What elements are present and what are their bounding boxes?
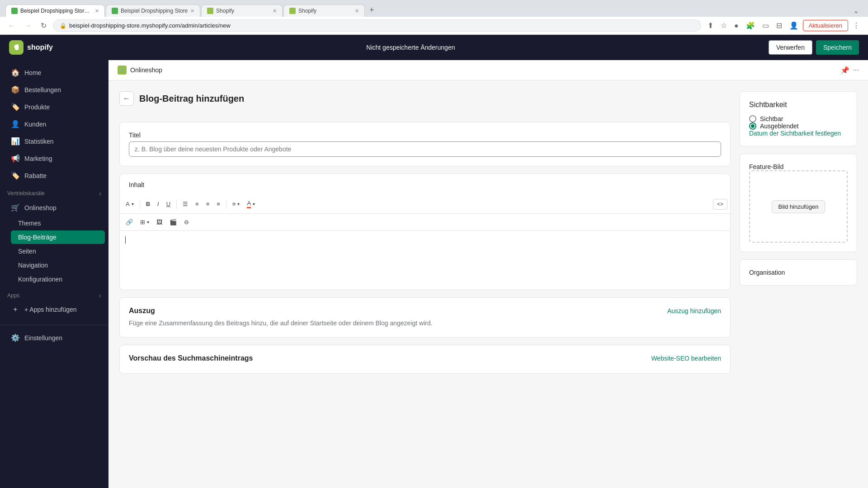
- set-date-link[interactable]: Datum der Sichtbarkeit festlegen: [749, 130, 841, 137]
- sidebar-sub-item-konfigurationen[interactable]: Konfigurationen: [11, 272, 105, 286]
- home-icon: 🏠: [11, 68, 20, 77]
- editor-toolbar: A ▾ B I U ☰ ≡ ≡ ≡ ≡: [120, 195, 730, 214]
- sidebar-item-onlineshop[interactable]: 🛒 Onlineshop: [4, 199, 105, 216]
- underline-button[interactable]: U: [163, 198, 174, 210]
- sidebar-item-statistiken[interactable]: 📊 Statistiken: [4, 133, 105, 150]
- separator-1: [140, 200, 140, 209]
- sidebar-label-kunden: Kunden: [24, 121, 46, 128]
- add-image-button[interactable]: Bild hinzufügen: [772, 200, 826, 213]
- sidebar-label-rabatte: Rabatte: [24, 172, 47, 179]
- tab-close-2[interactable]: ✕: [190, 8, 194, 14]
- expand-icon[interactable]: ›: [99, 190, 101, 197]
- title-input[interactable]: [129, 141, 721, 157]
- tab-3[interactable]: Shopify ✕: [201, 5, 283, 17]
- customers-icon: 👤: [11, 120, 20, 128]
- blog-beitraege-label: Blog-Beiträge: [18, 234, 57, 241]
- font-select-button[interactable]: A ▾: [123, 198, 137, 210]
- opera-icon[interactable]: ●: [731, 20, 741, 32]
- orders-icon: 📦: [11, 85, 20, 94]
- settings-label: Einstellungen: [24, 334, 62, 342]
- table-button[interactable]: ⊞ ▾: [137, 216, 152, 228]
- sidebar-label-bestellungen: Bestellungen: [24, 86, 61, 94]
- save-button[interactable]: Speichern: [816, 40, 859, 55]
- title-field-label: Titel: [129, 131, 721, 139]
- sidebar-sub-item-blog-beitraege[interactable]: Blog-Beiträge: [11, 230, 105, 244]
- tab-close-1[interactable]: ✕: [95, 8, 99, 14]
- screenshot-icon[interactable]: ▭: [760, 19, 772, 32]
- seo-card: Vorschau des Suchmaschineintrags Website…: [119, 345, 731, 374]
- sidebar-item-bestellungen[interactable]: 📦 Bestellungen: [4, 81, 105, 98]
- sidebar-item-home[interactable]: 🏠 Home: [4, 64, 105, 81]
- sidebar-sub-item-themes[interactable]: Themes: [11, 216, 105, 230]
- sidebar-sub-item-seiten[interactable]: Seiten: [11, 244, 105, 258]
- add-icon: +: [11, 305, 20, 314]
- sidebar-icon[interactable]: ⊟: [774, 19, 785, 32]
- unordered-list-button[interactable]: ☰: [179, 198, 191, 210]
- new-tab-button[interactable]: +: [366, 4, 378, 17]
- more-options-icon[interactable]: ···: [853, 66, 859, 75]
- align-left-button[interactable]: ≡: [192, 198, 202, 210]
- editor-area[interactable]: [120, 231, 730, 290]
- auszug-header: Auszug Auszug hinzufügen: [129, 307, 721, 315]
- reload-button[interactable]: ↻: [38, 19, 49, 32]
- italic-button[interactable]: I: [154, 198, 162, 210]
- discard-button[interactable]: Verwerfen: [769, 40, 812, 55]
- bold-button[interactable]: B: [143, 198, 153, 210]
- tab-label-2: Beispiel Dropshipping Store: [121, 8, 188, 14]
- left-column: ← Blog-Beitrag hinzufügen Titel Inhalt A: [119, 91, 731, 488]
- address-bar[interactable]: 🔒 beispiel-dropshipping-store.myshopify.…: [53, 19, 701, 32]
- sidebar-item-add-apps[interactable]: + + Apps hinzufügen: [4, 301, 105, 318]
- pin-icon[interactable]: 📌: [840, 66, 849, 75]
- apps-expand-icon[interactable]: ›: [99, 292, 101, 299]
- menu-icon[interactable]: ⋮: [850, 19, 863, 32]
- sidebar-item-produkte[interactable]: 🏷️ Produkte: [4, 99, 105, 115]
- tab-label-3: Shopify: [216, 8, 234, 14]
- apps-label: Apps: [7, 292, 19, 299]
- seo-edit-link[interactable]: Website-SEO bearbeiten: [651, 355, 721, 362]
- radio-visible[interactable]: Sichtbar: [749, 115, 848, 122]
- sidebar-item-kunden[interactable]: 👤 Kunden: [4, 116, 105, 132]
- table-dropdown-arrow: ▾: [147, 220, 149, 225]
- vertriebskanaele-label: Vertriebskanäle: [7, 190, 45, 197]
- radio-visible-indicator: [749, 115, 756, 122]
- bookmark-icon[interactable]: ☆: [718, 19, 730, 32]
- text-color-button[interactable]: A ▾: [244, 197, 258, 211]
- auszug-title: Auszug: [129, 307, 155, 315]
- sidebar-item-marketing[interactable]: 📢 Marketing: [4, 150, 105, 167]
- update-button[interactable]: Aktualisieren: [803, 20, 848, 31]
- color-label: A: [247, 200, 251, 208]
- auszug-add-link[interactable]: Auszug hinzufügen: [667, 307, 721, 314]
- tab-1[interactable]: Beispiel Dropshipping Store · E... ✕: [5, 5, 105, 17]
- tab-close-3[interactable]: ✕: [273, 8, 277, 14]
- extensions-icon[interactable]: 🧩: [743, 19, 758, 32]
- back-button[interactable]: ←: [119, 91, 134, 106]
- radio-hidden[interactable]: Ausgeblendet: [749, 122, 848, 130]
- link-button[interactable]: 🔗: [123, 216, 136, 228]
- source-button[interactable]: <>: [713, 199, 727, 210]
- table-icon: ⊞: [140, 219, 145, 225]
- forward-button[interactable]: →: [22, 20, 34, 32]
- tab-4[interactable]: Shopify ✕: [283, 5, 365, 17]
- sidebar-sub-item-navigation[interactable]: Navigation: [11, 258, 105, 272]
- shopify-logo: shopify: [9, 40, 53, 55]
- image-upload-area[interactable]: Bild hinzufügen: [749, 170, 848, 243]
- image-button[interactable]: 🖼: [153, 216, 165, 228]
- share-icon[interactable]: ⬆: [705, 19, 716, 32]
- more-button[interactable]: ⊖: [181, 216, 192, 228]
- analytics-icon: 📊: [11, 137, 20, 145]
- video-button[interactable]: 🎬: [166, 216, 180, 228]
- tab-label-4: Shopify: [298, 8, 316, 14]
- text-align-button[interactable]: ≡ ▾: [229, 198, 243, 210]
- auszug-description: Füge eine Zusammenfassung des Beitrags h…: [129, 319, 721, 328]
- profile-icon[interactable]: 👤: [787, 19, 801, 32]
- back-button[interactable]: ←: [5, 20, 18, 32]
- tab-list-button[interactable]: ⌄: [849, 5, 863, 17]
- tab-close-4[interactable]: ✕: [355, 8, 359, 14]
- align-center-button[interactable]: ≡: [203, 198, 213, 210]
- sidebar-item-einstellungen[interactable]: ⚙️ Einstellungen: [4, 329, 105, 346]
- align-right-button[interactable]: ≡: [213, 198, 223, 210]
- tab-2[interactable]: Beispiel Dropshipping Store ✕: [106, 5, 200, 17]
- sidebar-item-rabatte[interactable]: 🏷️ Rabatte: [4, 167, 105, 184]
- shopify-label: shopify: [27, 43, 53, 52]
- themes-label: Themes: [18, 220, 41, 227]
